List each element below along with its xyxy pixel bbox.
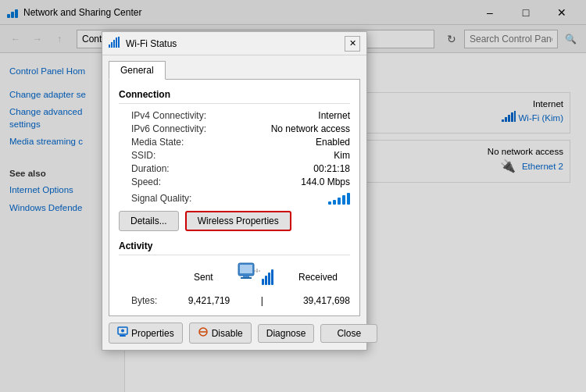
disable-icon xyxy=(198,326,209,340)
duration-row: Duration: 00:21:18 xyxy=(119,163,350,174)
signal-bars xyxy=(328,192,350,205)
svg-rect-19 xyxy=(262,279,264,285)
signal-quality-label: Signal Quality: xyxy=(119,193,191,204)
dialog-body: Connection IPv4 Connectivity: Internet I… xyxy=(109,79,360,316)
properties-label: Properties xyxy=(131,328,174,339)
wireless-properties-button[interactable]: Wireless Properties xyxy=(185,211,291,231)
connection-rows: IPv4 Connectivity: Internet IPv6 Connect… xyxy=(119,110,350,187)
disable-button[interactable]: Disable xyxy=(189,323,252,344)
svg-rect-16 xyxy=(241,277,252,279)
ipv4-row: IPv4 Connectivity: Internet xyxy=(119,110,350,121)
svg-rect-14 xyxy=(240,265,252,273)
dialog-title: Wi-Fi Status xyxy=(126,38,340,49)
bytes-separator: | xyxy=(261,295,267,306)
activity-section: Activity Sent xyxy=(119,241,350,306)
ssid-row: SSID: Kim xyxy=(119,150,350,161)
activity-cols-row: Sent xyxy=(119,262,350,292)
properties-icon xyxy=(117,326,128,340)
signal-bar-5 xyxy=(347,193,350,205)
duration-value: 00:21:18 xyxy=(313,163,350,174)
disable-label: Disable xyxy=(212,328,243,339)
svg-rect-12 xyxy=(118,37,120,48)
dialog-close-x-button[interactable]: ✕ xyxy=(345,36,360,52)
close-button[interactable]: Close xyxy=(320,324,377,343)
ssid-label: SSID: xyxy=(119,150,155,161)
dialog-footer: Properties Disable Diagnose Close xyxy=(102,316,366,350)
connection-section-header: Connection xyxy=(119,89,350,104)
main-window: Network and Sharing Center – □ ✕ ← → ↑ ↻… xyxy=(0,0,586,392)
ipv4-value: Internet xyxy=(318,110,350,121)
media-state-label: Media State: xyxy=(119,137,184,148)
received-label: Received xyxy=(298,272,338,283)
signal-bar-4 xyxy=(342,195,345,205)
dialog-overlay: Wi-Fi Status ✕ General Connection IPv4 C… xyxy=(0,0,586,392)
ipv6-value: No network access xyxy=(271,123,350,134)
svg-rect-11 xyxy=(116,37,117,48)
svg-rect-9 xyxy=(111,42,113,48)
bytes-label: Bytes: xyxy=(119,295,157,306)
speed-label: Speed: xyxy=(119,176,161,187)
details-button[interactable]: Details... xyxy=(119,211,179,231)
wifi-status-dialog: Wi-Fi Status ✕ General Connection IPv4 C… xyxy=(102,31,367,351)
signal-quality-row: Signal Quality: xyxy=(119,192,350,205)
sent-label: Sent xyxy=(194,272,213,283)
tab-general[interactable]: General xyxy=(109,61,166,80)
ipv6-row: IPv6 Connectivity: No network access xyxy=(119,123,350,134)
details-buttons-row: Details... Wireless Properties xyxy=(119,211,350,231)
svg-rect-25 xyxy=(120,335,126,337)
speed-value: 144.0 Mbps xyxy=(301,176,350,187)
svg-rect-20 xyxy=(265,276,267,285)
media-state-value: Enabled xyxy=(316,137,350,148)
dialog-tabs: General xyxy=(102,55,366,79)
ipv4-label: IPv4 Connectivity: xyxy=(119,110,206,121)
signal-bar-1 xyxy=(328,201,331,205)
diagnose-button[interactable]: Diagnose xyxy=(258,324,315,343)
duration-label: Duration: xyxy=(119,163,170,174)
bytes-received-value: 39,417,698 xyxy=(288,295,350,306)
signal-bar-2 xyxy=(333,200,336,205)
ssid-value: Kim xyxy=(334,150,350,161)
network-activity-icon xyxy=(237,262,274,292)
svg-rect-10 xyxy=(113,40,115,48)
activity-header: Activity xyxy=(119,241,350,255)
dialog-wifi-icon xyxy=(109,37,121,50)
svg-rect-21 xyxy=(268,273,270,285)
media-state-row: Media State: Enabled xyxy=(119,137,350,148)
activity-bytes-row: Bytes: 9,421,719 | 39,417,698 xyxy=(119,295,350,306)
diagnose-label: Diagnose xyxy=(266,328,306,339)
properties-button[interactable]: Properties xyxy=(109,323,183,344)
ipv6-label: IPv6 Connectivity: xyxy=(119,123,206,134)
speed-row: Speed: 144.0 Mbps xyxy=(119,176,350,187)
svg-point-24 xyxy=(121,330,124,333)
svg-rect-8 xyxy=(109,45,110,48)
dialog-title-bar: Wi-Fi Status ✕ xyxy=(102,32,366,55)
svg-rect-22 xyxy=(271,269,273,285)
svg-rect-15 xyxy=(243,276,249,277)
signal-bar-3 xyxy=(338,198,341,205)
bytes-sent-value: 9,421,719 xyxy=(178,295,241,306)
